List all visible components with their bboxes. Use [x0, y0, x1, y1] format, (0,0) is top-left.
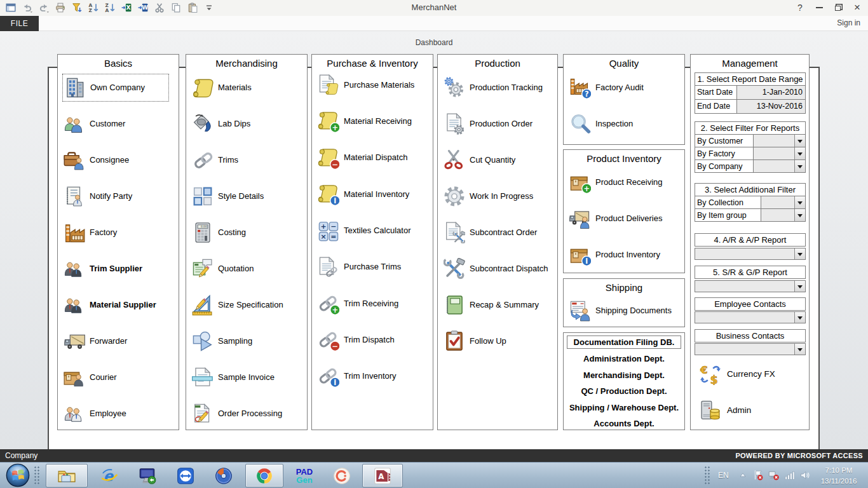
taskbar-ie-button[interactable]: e — [93, 464, 126, 487]
dashboard-item-trim-dispatch[interactable]: −Trim Dispatch — [318, 326, 395, 354]
taskbar-chrome-button[interactable] — [245, 464, 283, 487]
business-contacts-combo[interactable] — [695, 343, 806, 355]
by-customer-combo[interactable] — [754, 135, 805, 147]
dashboard-item-work-in-progress[interactable]: Work In Progress — [444, 182, 533, 210]
minimize-icon[interactable] — [810, 0, 829, 15]
sr-gp-report-combo[interactable] — [695, 280, 806, 292]
dashboard-item-production-tracking[interactable]: Production Tracking — [444, 74, 543, 102]
help-icon[interactable]: ? — [790, 0, 810, 15]
item-label: Subcontract Order — [470, 228, 537, 238]
dashboard-item-size-specification[interactable]: Size Specification — [192, 291, 283, 319]
by-item-group-combo[interactable] — [761, 209, 805, 221]
item-label: Product Deliveries — [595, 214, 663, 224]
by-collection-combo[interactable] — [761, 196, 805, 208]
action-center-flag-icon[interactable] — [752, 470, 765, 481]
dashboard-item-product-inventory[interactable]: iProduct Inventory — [569, 241, 660, 269]
dashboard-item-costing[interactable]: 0.00Costing — [192, 219, 246, 247]
start-button[interactable] — [6, 463, 30, 487]
taskbar-explorer-button[interactable] — [46, 464, 88, 487]
language-indicator[interactable]: EN — [718, 471, 729, 480]
dashboard-item-factory-audit[interactable]: ?Factory Audit — [569, 74, 644, 102]
dept-accounts-dept[interactable]: Accounts Dept. — [564, 416, 684, 432]
dashboard-item-subcontract-order[interactable]: Subcontract Order — [444, 219, 537, 247]
dashboard-item-lab-dips[interactable]: Lab Dips — [192, 110, 250, 138]
signal-icon[interactable] — [784, 470, 797, 481]
dashboard-item-factory[interactable]: Factory — [64, 219, 117, 247]
network-error-icon[interactable] — [768, 470, 781, 481]
dashboard-item-recap-summary[interactable]: Recap & Summary — [444, 291, 539, 319]
dashboard-item-subcontract-dispatch[interactable]: Subcontract Dispatch — [444, 255, 548, 283]
tray-show-hidden-icon[interactable] — [737, 470, 750, 481]
restore-icon[interactable] — [829, 0, 848, 15]
dept-administration-dept[interactable]: Administration Dept. — [564, 351, 684, 367]
dashboard-item-trim-receiving[interactable]: +Trim Receiving — [318, 290, 398, 318]
dashboard-item-forwarder[interactable]: Forwarder — [64, 327, 127, 355]
dashboard-item-quotation[interactable]: Quotation — [192, 255, 254, 283]
taskbar: e PAD Gen A EN 7:10 PM 13/11/2016 — [0, 462, 868, 488]
tray-grip[interactable] — [704, 466, 711, 485]
dashboard-item-material-dispatch[interactable]: −Material Dispatch — [318, 144, 407, 172]
taskbar-disc-button[interactable] — [207, 464, 240, 487]
dashboard-item-employee[interactable]: Employee — [64, 400, 126, 428]
dept-shipping-warehouse-dept[interactable]: Shipping / Warehouse Dept. — [564, 400, 684, 416]
dashboard-item-purchase-trims[interactable]: Purchase Trims — [318, 254, 401, 281]
taskbar-padgen-button[interactable]: PAD Gen — [287, 464, 322, 487]
file-tab[interactable]: FILE — [0, 16, 39, 31]
dashboard-item-courier[interactable]: Courier — [64, 363, 117, 391]
dashboard-item-notify-party[interactable]: Notify Party — [64, 182, 132, 210]
dashboard-item-sampling[interactable]: Sampling — [192, 327, 252, 355]
dashboard-item-trims[interactable]: Trims — [192, 146, 238, 174]
admin-button[interactable]: Admin — [700, 396, 751, 424]
dashboard-item-cut-quantity[interactable]: Cut Quantity — [444, 146, 515, 174]
status-left: Company — [5, 451, 37, 460]
taskbar-remote-desktop-button[interactable] — [131, 464, 164, 487]
taskbar-ares-button[interactable] — [325, 464, 358, 487]
end-date-field[interactable]: 13-Nov-2016 — [737, 100, 805, 113]
dashboard-item-customer[interactable]: Customer — [64, 110, 125, 138]
item-label: Forwarder — [90, 337, 127, 346]
dashboard-item-inspection[interactable]: Inspection — [569, 110, 633, 138]
inspection-icon — [569, 113, 591, 135]
parcel-user-icon — [64, 367, 85, 388]
dashboard-item-trim-inventory[interactable]: iTrim Inventory — [318, 362, 397, 390]
dashboard-item-shipping-documents[interactable]: Shipping Documents — [569, 297, 672, 325]
dashboard-item-consignee[interactable]: Consignee — [64, 146, 129, 174]
sign-in-link[interactable]: Sign in — [837, 18, 860, 27]
employee-contacts-combo[interactable] — [695, 311, 806, 323]
speaker-icon[interactable] — [799, 470, 812, 481]
dashboard-item-own-company[interactable]: Own Company — [62, 74, 169, 102]
dashboard-item-material-inventory[interactable]: iMaterial Inventory — [318, 180, 409, 208]
dashboard-item-textiles-calculator[interactable]: +−×=Textiles Calculator — [318, 217, 411, 245]
dashboard-item-follow-up[interactable]: Follow Up — [444, 327, 506, 355]
by-factory-combo[interactable] — [754, 147, 805, 159]
close-icon[interactable]: × — [848, 0, 867, 15]
dashboard-item-sample-invoice[interactable]: Sample Invoice — [192, 363, 275, 391]
title-bar: AZZAXW MerchanNet ? × — [0, 0, 868, 16]
dept-merchandising-dept[interactable]: Merchandising Dept. — [564, 367, 684, 384]
paint-can-icon — [192, 113, 214, 135]
dashboard-item-purchase-materials[interactable]: Purchase Materials — [318, 71, 414, 99]
taskbar-teamviewer-button[interactable] — [169, 464, 202, 487]
chain-minus-icon: − — [318, 329, 339, 351]
by-company-combo[interactable] — [754, 160, 805, 172]
taskbar-grip[interactable] — [34, 466, 41, 485]
taskbar-access-button[interactable]: A — [362, 464, 403, 487]
ar-ap-report-combo[interactable] — [695, 248, 806, 260]
dashboard-item-style-details[interactable]: Style Details — [192, 182, 264, 210]
panel-documentation-filing-db: Documentation Filing DB.Administration D… — [563, 332, 685, 430]
currency-fx-button[interactable]: €$ Currency FX — [700, 360, 775, 388]
dashboard-item-product-deliveries[interactable]: Product Deliveries — [569, 205, 663, 233]
dept-qc-production-dept[interactable]: QC / Production Dept. — [564, 383, 684, 400]
panel-shipping: ShippingShipping Documents — [563, 278, 685, 327]
item-label: Costing — [218, 228, 246, 238]
dashboard-item-material-supplier[interactable]: Material Supplier — [64, 291, 156, 319]
dashboard-item-production-order[interactable]: Production Order — [444, 110, 532, 138]
dashboard-item-product-receiving[interactable]: +Product Receiving — [569, 168, 663, 196]
dashboard-item-trim-supplier[interactable]: Trim Supplier — [64, 255, 142, 283]
dashboard-item-materials[interactable]: Materials — [192, 74, 252, 102]
taskbar-clock[interactable]: 7:10 PM 13/11/2016 — [813, 465, 864, 486]
start-date-field[interactable]: 1-Jan-2010 — [737, 86, 805, 99]
dashboard-item-order-processing[interactable]: Order Processing — [192, 400, 282, 428]
truck-icon — [64, 330, 85, 352]
dashboard-item-material-receiving[interactable]: +Material Receiving — [318, 107, 412, 135]
